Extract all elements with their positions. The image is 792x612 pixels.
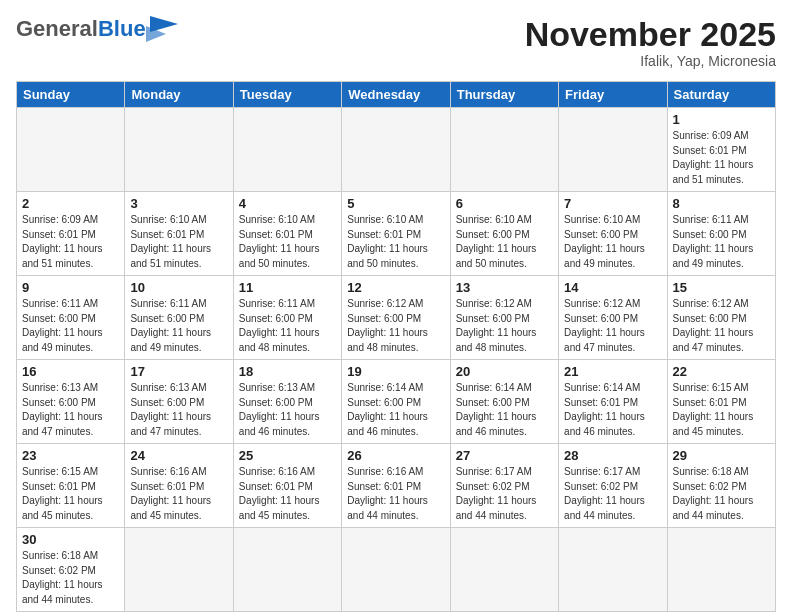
day-info: Sunrise: 6:18 AM Sunset: 6:02 PM Dayligh… (673, 465, 770, 523)
day-number: 19 (347, 364, 444, 379)
calendar-cell (559, 108, 667, 192)
logo-icon (146, 16, 178, 42)
day-number: 14 (564, 280, 661, 295)
calendar-cell: 18Sunrise: 6:13 AM Sunset: 6:00 PM Dayli… (233, 360, 341, 444)
day-info: Sunrise: 6:11 AM Sunset: 6:00 PM Dayligh… (239, 297, 336, 355)
day-number: 6 (456, 196, 553, 211)
day-number: 28 (564, 448, 661, 463)
day-number: 17 (130, 364, 227, 379)
day-info: Sunrise: 6:10 AM Sunset: 6:01 PM Dayligh… (239, 213, 336, 271)
day-info: Sunrise: 6:12 AM Sunset: 6:00 PM Dayligh… (347, 297, 444, 355)
day-number: 3 (130, 196, 227, 211)
calendar-cell: 7Sunrise: 6:10 AM Sunset: 6:00 PM Daylig… (559, 192, 667, 276)
day-info: Sunrise: 6:17 AM Sunset: 6:02 PM Dayligh… (564, 465, 661, 523)
calendar-cell (17, 108, 125, 192)
day-info: Sunrise: 6:15 AM Sunset: 6:01 PM Dayligh… (673, 381, 770, 439)
month-title: November 2025 (525, 16, 776, 53)
day-info: Sunrise: 6:10 AM Sunset: 6:01 PM Dayligh… (347, 213, 444, 271)
calendar-cell: 10Sunrise: 6:11 AM Sunset: 6:00 PM Dayli… (125, 276, 233, 360)
day-info: Sunrise: 6:10 AM Sunset: 6:00 PM Dayligh… (564, 213, 661, 271)
calendar-cell (342, 528, 450, 612)
day-number: 13 (456, 280, 553, 295)
calendar-week-row: 16Sunrise: 6:13 AM Sunset: 6:00 PM Dayli… (17, 360, 776, 444)
calendar-cell: 6Sunrise: 6:10 AM Sunset: 6:00 PM Daylig… (450, 192, 558, 276)
day-number: 20 (456, 364, 553, 379)
day-info: Sunrise: 6:16 AM Sunset: 6:01 PM Dayligh… (347, 465, 444, 523)
day-header-thursday: Thursday (450, 82, 558, 108)
calendar-cell: 9Sunrise: 6:11 AM Sunset: 6:00 PM Daylig… (17, 276, 125, 360)
calendar-cell (450, 108, 558, 192)
day-info: Sunrise: 6:11 AM Sunset: 6:00 PM Dayligh… (130, 297, 227, 355)
calendar-cell (125, 528, 233, 612)
day-number: 26 (347, 448, 444, 463)
page-header: General Blue November 2025 Ifalik, Yap, … (16, 16, 776, 69)
calendar-header-row: SundayMondayTuesdayWednesdayThursdayFrid… (17, 82, 776, 108)
calendar-table: SundayMondayTuesdayWednesdayThursdayFrid… (16, 81, 776, 612)
calendar-cell: 17Sunrise: 6:13 AM Sunset: 6:00 PM Dayli… (125, 360, 233, 444)
calendar-cell: 13Sunrise: 6:12 AM Sunset: 6:00 PM Dayli… (450, 276, 558, 360)
calendar-cell (125, 108, 233, 192)
calendar-cell (342, 108, 450, 192)
day-info: Sunrise: 6:11 AM Sunset: 6:00 PM Dayligh… (22, 297, 119, 355)
day-number: 10 (130, 280, 227, 295)
day-info: Sunrise: 6:18 AM Sunset: 6:02 PM Dayligh… (22, 549, 119, 607)
day-number: 22 (673, 364, 770, 379)
day-info: Sunrise: 6:13 AM Sunset: 6:00 PM Dayligh… (130, 381, 227, 439)
day-number: 12 (347, 280, 444, 295)
day-header-wednesday: Wednesday (342, 82, 450, 108)
day-number: 11 (239, 280, 336, 295)
day-info: Sunrise: 6:11 AM Sunset: 6:00 PM Dayligh… (673, 213, 770, 271)
calendar-cell: 20Sunrise: 6:14 AM Sunset: 6:00 PM Dayli… (450, 360, 558, 444)
calendar-cell: 23Sunrise: 6:15 AM Sunset: 6:01 PM Dayli… (17, 444, 125, 528)
calendar-week-row: 9Sunrise: 6:11 AM Sunset: 6:00 PM Daylig… (17, 276, 776, 360)
day-number: 9 (22, 280, 119, 295)
day-number: 18 (239, 364, 336, 379)
day-info: Sunrise: 6:12 AM Sunset: 6:00 PM Dayligh… (673, 297, 770, 355)
day-number: 5 (347, 196, 444, 211)
calendar-week-row: 2Sunrise: 6:09 AM Sunset: 6:01 PM Daylig… (17, 192, 776, 276)
day-info: Sunrise: 6:09 AM Sunset: 6:01 PM Dayligh… (673, 129, 770, 187)
calendar-week-row: 30Sunrise: 6:18 AM Sunset: 6:02 PM Dayli… (17, 528, 776, 612)
day-header-friday: Friday (559, 82, 667, 108)
day-number: 2 (22, 196, 119, 211)
day-number: 30 (22, 532, 119, 547)
day-info: Sunrise: 6:09 AM Sunset: 6:01 PM Dayligh… (22, 213, 119, 271)
logo-general-text: General (16, 16, 98, 42)
calendar-cell: 8Sunrise: 6:11 AM Sunset: 6:00 PM Daylig… (667, 192, 775, 276)
calendar-week-row: 23Sunrise: 6:15 AM Sunset: 6:01 PM Dayli… (17, 444, 776, 528)
calendar-cell: 2Sunrise: 6:09 AM Sunset: 6:01 PM Daylig… (17, 192, 125, 276)
calendar-cell (667, 528, 775, 612)
day-info: Sunrise: 6:12 AM Sunset: 6:00 PM Dayligh… (564, 297, 661, 355)
location-subtitle: Ifalik, Yap, Micronesia (525, 53, 776, 69)
logo: General Blue (16, 16, 178, 42)
calendar-cell: 22Sunrise: 6:15 AM Sunset: 6:01 PM Dayli… (667, 360, 775, 444)
day-info: Sunrise: 6:13 AM Sunset: 6:00 PM Dayligh… (22, 381, 119, 439)
calendar-cell: 15Sunrise: 6:12 AM Sunset: 6:00 PM Dayli… (667, 276, 775, 360)
day-header-tuesday: Tuesday (233, 82, 341, 108)
calendar-cell (233, 528, 341, 612)
day-number: 24 (130, 448, 227, 463)
calendar-cell: 26Sunrise: 6:16 AM Sunset: 6:01 PM Dayli… (342, 444, 450, 528)
day-number: 8 (673, 196, 770, 211)
calendar-cell: 14Sunrise: 6:12 AM Sunset: 6:00 PM Dayli… (559, 276, 667, 360)
calendar-cell: 28Sunrise: 6:17 AM Sunset: 6:02 PM Dayli… (559, 444, 667, 528)
day-info: Sunrise: 6:15 AM Sunset: 6:01 PM Dayligh… (22, 465, 119, 523)
day-info: Sunrise: 6:17 AM Sunset: 6:02 PM Dayligh… (456, 465, 553, 523)
day-header-sunday: Sunday (17, 82, 125, 108)
day-info: Sunrise: 6:14 AM Sunset: 6:00 PM Dayligh… (347, 381, 444, 439)
day-info: Sunrise: 6:13 AM Sunset: 6:00 PM Dayligh… (239, 381, 336, 439)
calendar-cell: 19Sunrise: 6:14 AM Sunset: 6:00 PM Dayli… (342, 360, 450, 444)
calendar-cell: 21Sunrise: 6:14 AM Sunset: 6:01 PM Dayli… (559, 360, 667, 444)
calendar-cell: 12Sunrise: 6:12 AM Sunset: 6:00 PM Dayli… (342, 276, 450, 360)
calendar-cell: 30Sunrise: 6:18 AM Sunset: 6:02 PM Dayli… (17, 528, 125, 612)
calendar-cell: 24Sunrise: 6:16 AM Sunset: 6:01 PM Dayli… (125, 444, 233, 528)
day-info: Sunrise: 6:12 AM Sunset: 6:00 PM Dayligh… (456, 297, 553, 355)
calendar-cell (450, 528, 558, 612)
day-header-saturday: Saturday (667, 82, 775, 108)
day-info: Sunrise: 6:16 AM Sunset: 6:01 PM Dayligh… (130, 465, 227, 523)
day-info: Sunrise: 6:14 AM Sunset: 6:00 PM Dayligh… (456, 381, 553, 439)
day-number: 16 (22, 364, 119, 379)
calendar-cell: 11Sunrise: 6:11 AM Sunset: 6:00 PM Dayli… (233, 276, 341, 360)
calendar-cell (559, 528, 667, 612)
day-number: 1 (673, 112, 770, 127)
